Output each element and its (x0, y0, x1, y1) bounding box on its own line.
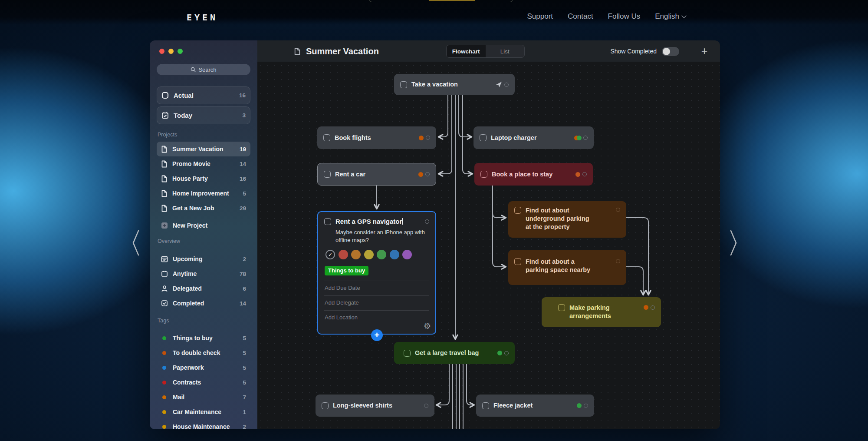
search-input[interactable]: Search (157, 64, 250, 75)
task-node-make-parking-arrangements[interactable]: Make parking arrangements (542, 297, 661, 327)
sidebar-project-get-a-new-job[interactable]: Get a New Job 29 (157, 201, 250, 216)
task-title-input[interactable]: Rent a GPS navigator (335, 218, 403, 225)
swatch-green[interactable] (377, 250, 386, 259)
swatch-red[interactable] (339, 250, 348, 259)
sidebar-item-label: Things to buy (173, 335, 213, 342)
sidebar-tag-things-to-buy[interactable]: Things to buy 5 (157, 331, 250, 345)
add-location-field[interactable]: Add Location (324, 310, 429, 321)
chevron-down-icon (681, 13, 686, 18)
gear-icon[interactable]: ⚙ (424, 321, 431, 331)
sidebar-item-label: New Project (173, 222, 207, 229)
site-logo: EYEN (187, 12, 218, 23)
task-node-rent-a-car[interactable]: Rent a car (317, 163, 436, 186)
sidebar-item-label: Contracts (173, 379, 201, 386)
task-node-underground-parking[interactable]: Find out about underground parking at th… (508, 201, 626, 238)
task-checkbox[interactable] (324, 171, 331, 178)
sidebar-item-label: House Party (172, 175, 208, 182)
sidebar-item-anytime[interactable]: Anytime 78 (157, 266, 250, 281)
sidebar-project-home-improvement[interactable]: Home Improvement 5 (157, 186, 250, 201)
person-icon (161, 285, 168, 292)
task-node-fleece-jacket[interactable]: Fleece jacket (476, 395, 594, 417)
site-header: EYEN Support Contact Follow Us English (0, 0, 868, 25)
nav-link-follow-us[interactable]: Follow Us (608, 12, 641, 21)
task-label: Make parking arrangements (569, 304, 624, 320)
swatch-purple[interactable] (402, 250, 412, 259)
task-checkbox[interactable] (480, 171, 487, 178)
task-node-laptop-charger[interactable]: Laptop charger (473, 126, 594, 149)
task-node-take-a-vacation[interactable]: Take a vacation (394, 74, 515, 95)
task-label: Book flights (335, 134, 371, 142)
sidebar-item-label: House Maintenance (173, 423, 230, 429)
item-count: 29 (240, 205, 246, 212)
task-checkbox[interactable] (324, 218, 331, 225)
sidebar-item-completed[interactable]: Completed 14 (157, 296, 250, 311)
calendar-grid-icon (161, 255, 168, 262)
nav-link-contact[interactable]: Contact (568, 12, 593, 21)
task-checkbox[interactable] (322, 402, 329, 409)
show-completed-toggle[interactable] (662, 47, 679, 56)
sidebar-tag-contracts[interactable]: Contracts 5 (157, 375, 250, 390)
swatch-none-selected[interactable]: ✓ (326, 250, 335, 259)
section-label-projects: Projects (158, 132, 177, 138)
tab-list[interactable]: List (486, 45, 525, 57)
add-child-task-button[interactable]: + (371, 329, 383, 341)
language-menu[interactable]: English (655, 12, 686, 21)
sidebar-project-promo-movie[interactable]: Promo Movie 14 (157, 156, 250, 171)
zoom-window-button[interactable] (178, 49, 183, 54)
swatch-yellow[interactable] (364, 250, 374, 259)
status-ring (616, 208, 620, 212)
box-icon (161, 270, 168, 277)
close-window-button[interactable] (159, 49, 164, 54)
carousel-prev-button[interactable] (132, 229, 140, 258)
sidebar-tag-car-maintenance[interactable]: Car Maintenance 1 (157, 405, 250, 419)
new-project-button[interactable]: New Project (157, 218, 250, 233)
swatch-blue[interactable] (390, 250, 399, 259)
swatch-orange[interactable] (351, 250, 361, 259)
status-dot (419, 136, 424, 140)
task-checkbox[interactable] (514, 258, 521, 265)
task-checkbox[interactable] (323, 134, 330, 141)
sidebar-item-actual[interactable]: Actual 16 (157, 86, 250, 104)
sidebar-tag-paperwork[interactable]: Paperwork 5 (157, 360, 250, 375)
file-icon (161, 175, 168, 182)
add-task-button[interactable]: + (698, 45, 710, 57)
plus-square-icon (161, 222, 168, 229)
status-ring (424, 404, 428, 408)
task-checkbox[interactable] (482, 402, 489, 409)
task-checkbox[interactable] (514, 207, 521, 214)
task-node-parking-space-nearby[interactable]: Find out about a parking space nearby (508, 250, 626, 285)
toggle-knob (663, 48, 670, 55)
sidebar-tag-to-double-check[interactable]: To double check 5 (157, 345, 250, 360)
task-node-book-flights[interactable]: Book flights (317, 126, 436, 149)
sidebar-item-label: Today (174, 112, 192, 119)
calendar-check-icon (161, 112, 169, 119)
add-delegate-field[interactable]: Add Delegate (324, 295, 429, 306)
task-checkbox[interactable] (558, 304, 565, 311)
task-node-get-a-large-travel-bag[interactable]: Get a large travel bag (394, 342, 515, 364)
task-card-rent-a-gps-navigator[interactable]: Rent a GPS navigator Maybe consider an i… (317, 211, 436, 335)
task-label: Book a place to stay (492, 170, 552, 179)
add-due-date-field[interactable]: Add Due Date (324, 281, 429, 291)
task-label: Laptop charger (491, 134, 537, 142)
minimize-window-button[interactable] (168, 49, 174, 54)
task-checkbox[interactable] (404, 350, 411, 357)
status-dot (644, 305, 648, 310)
sidebar-item-today[interactable]: Today 3 (157, 106, 250, 124)
tab-flowchart[interactable]: Flowchart (447, 45, 486, 57)
flowchart-canvas[interactable]: Take a vacation Book flights Laptop char… (257, 62, 720, 429)
nav-link-support[interactable]: Support (527, 12, 553, 21)
task-note[interactable]: Maybe consider an iPhone app with offlin… (335, 229, 427, 244)
sidebar-project-summer-vacation[interactable]: Summer Vacation 19 (157, 142, 250, 156)
sidebar-item-delegated[interactable]: Delegated 6 (157, 281, 250, 296)
sidebar-tag-house-maintenance[interactable]: House Maintenance 2 (157, 419, 250, 429)
sidebar-item-label: Anytime (173, 270, 197, 277)
sidebar-project-house-party[interactable]: House Party 16 (157, 171, 250, 186)
task-checkbox[interactable] (400, 81, 407, 88)
task-node-book-a-place-to-stay[interactable]: Book a place to stay (474, 163, 593, 186)
carousel-next-button[interactable] (729, 229, 738, 258)
sidebar-tag-mail[interactable]: Mail 7 (157, 390, 250, 405)
tag-badge[interactable]: Things to buy (325, 266, 368, 275)
task-node-long-sleeved-shirts[interactable]: Long-sleeved shirts (316, 395, 434, 417)
task-checkbox[interactable] (480, 134, 487, 141)
sidebar-item-upcoming[interactable]: Upcoming 2 (157, 252, 250, 266)
